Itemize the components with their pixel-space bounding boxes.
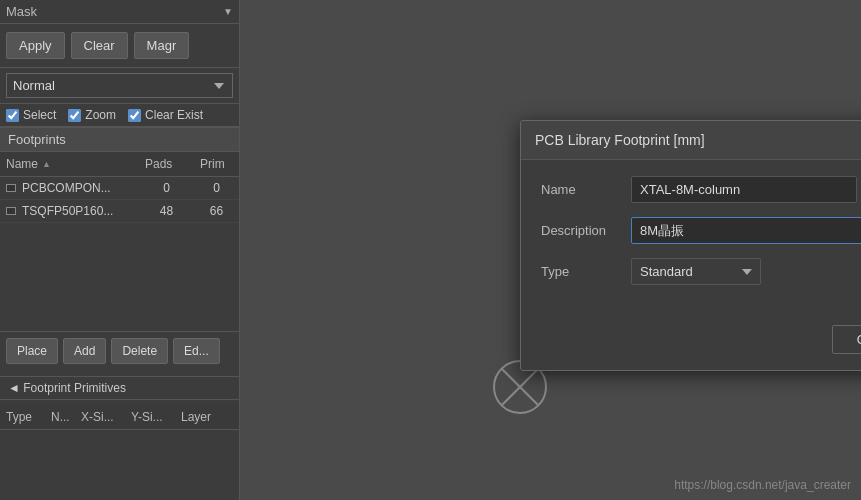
type-select[interactable]: Standard SMD Through Hole (631, 258, 761, 285)
type-label: Type (541, 264, 631, 279)
y-col: Y-Si... (125, 408, 175, 426)
left-panel: Mask ▼ Apply Clear Magr Normal Zoom Full… (0, 0, 240, 500)
x-col: X-Si... (75, 408, 125, 426)
modal-dialog: PCB Library Footprint [mm] × Name Height… (520, 120, 861, 371)
select-checkbox-label[interactable]: Select (6, 108, 56, 122)
name-label: Name (541, 182, 631, 197)
clear-exist-checkbox-label[interactable]: Clear Exist (128, 108, 203, 122)
name-col-header: Name (6, 157, 38, 171)
modal-header: PCB Library Footprint [mm] × (521, 121, 861, 160)
prim-table-header: Type N... X-Si... Y-Si... Layer (0, 405, 239, 430)
select-checkbox[interactable] (6, 109, 19, 122)
watermark: https://blog.csdn.net/java_creater (674, 478, 851, 492)
clear-button[interactable]: Clear (71, 32, 128, 59)
modal-footer: OK Cancel (521, 315, 861, 370)
place-button[interactable]: Place (6, 338, 58, 364)
sort-icon: ▲ (42, 159, 51, 169)
table-header: Name ▲ Pads Prim (0, 152, 239, 177)
magr-button[interactable]: Magr (134, 32, 190, 59)
name-height-row: Name Height (541, 176, 861, 203)
dropdown-row: Normal Zoom Full (0, 68, 239, 104)
footprints-header: Footprints (0, 127, 239, 152)
main-area: https://blog.csdn.net/java_creater PCB L… (240, 0, 861, 500)
zoom-checkbox[interactable] (68, 109, 81, 122)
row-pads: 48 (139, 204, 194, 218)
zoom-label: Zoom (85, 108, 116, 122)
description-input[interactable] (631, 217, 861, 244)
add-button[interactable]: Add (63, 338, 106, 364)
footprints-title: Footprints (8, 132, 66, 147)
row-prim: 66 (194, 204, 239, 218)
name-input[interactable] (631, 176, 857, 203)
clear-exist-label: Clear Exist (145, 108, 203, 122)
layer-col: Layer (175, 408, 239, 426)
zoom-checkbox-label[interactable]: Zoom (68, 108, 116, 122)
modal-body: Name Height Description Type Standard SM… (521, 160, 861, 315)
bottom-buttons: Place Add Delete Ed... (0, 331, 239, 370)
mask-label: Mask (6, 4, 223, 19)
row-name: TSQFP50P160... (22, 204, 139, 218)
checkboxes-row: Select Zoom Clear Exist (0, 104, 239, 127)
edit-button[interactable]: Ed... (173, 338, 220, 364)
row-prim: 0 (194, 181, 239, 195)
clear-exist-checkbox[interactable] (128, 109, 141, 122)
n-col: N... (45, 408, 75, 426)
delete-button[interactable]: Delete (111, 338, 168, 364)
row-name: PCBCOMPON... (22, 181, 139, 195)
description-label: Description (541, 223, 631, 238)
toolbar-row: Apply Clear Magr (0, 24, 239, 68)
modal-title: PCB Library Footprint [mm] (535, 132, 705, 148)
pads-col-header: Pads (139, 155, 194, 173)
mask-dropdown-arrow: ▼ (223, 6, 233, 17)
prim-col-header: Prim (194, 155, 239, 173)
type-col: Type (0, 408, 45, 426)
fp-primitives-header: ◄ Footprint Primitives (0, 376, 239, 400)
type-row: Type Standard SMD Through Hole (541, 258, 861, 285)
description-row: Description (541, 217, 861, 244)
table-row[interactable]: PCBCOMPON... 0 0 (0, 177, 239, 200)
mask-row: Mask ▼ (0, 0, 239, 24)
row-icon (4, 181, 18, 195)
apply-button[interactable]: Apply (6, 32, 65, 59)
select-label: Select (23, 108, 56, 122)
normal-dropdown[interactable]: Normal Zoom Full (6, 73, 233, 98)
ok-button[interactable]: OK (832, 325, 861, 354)
row-pads: 0 (139, 181, 194, 195)
primitives-title: ◄ Footprint Primitives (8, 381, 126, 395)
table-row[interactable]: TSQFP50P160... 48 66 (0, 200, 239, 223)
row-icon (4, 204, 18, 218)
